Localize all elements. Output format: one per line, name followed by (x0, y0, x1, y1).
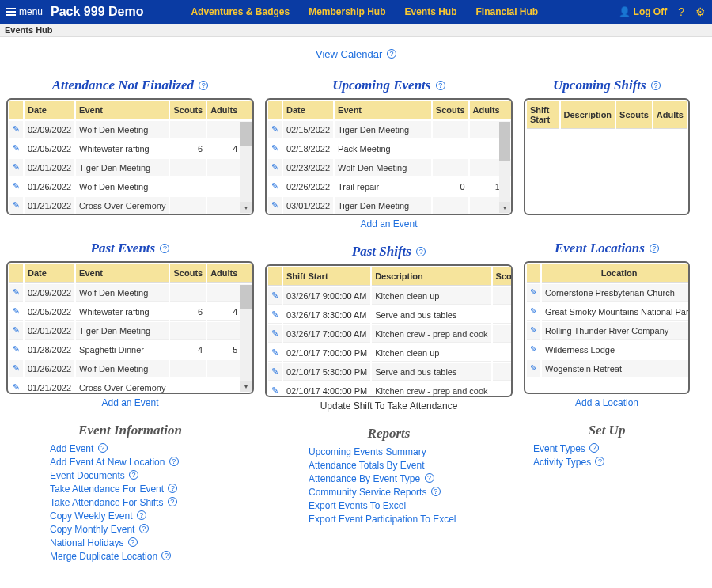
action-link[interactable]: National Holidays (50, 537, 123, 548)
table-row[interactable]: ✎02/23/2022Wolf Den Meeting (268, 159, 513, 176)
action-link[interactable]: Take Attendance For Event (50, 484, 164, 495)
edit-icon[interactable]: ✎ (271, 181, 278, 191)
table-row[interactable]: ✎01/28/2022Spaghetti Dinner45 (9, 341, 252, 358)
help-bubble-icon[interactable]: ? (651, 81, 661, 90)
edit-icon[interactable]: ✎ (271, 328, 278, 338)
help-bubble-icon[interactable]: ? (199, 81, 208, 90)
action-link[interactable]: Merge Duplicate Location (50, 551, 157, 562)
table-row[interactable]: ✎03/26/17 9:00:00 AMKitchen clean up02 (268, 287, 513, 305)
help-bubble-icon[interactable]: ? (168, 484, 177, 493)
table-row[interactable]: ✎02/09/2022Wolf Den Meeting (9, 284, 252, 302)
table-row[interactable]: ✎02/18/2022Pack Meeting (268, 140, 513, 157)
add-event-link[interactable]: Add an Event (360, 218, 417, 230)
edit-icon[interactable]: ✎ (271, 366, 278, 376)
help-bubble-icon[interactable]: ? (595, 457, 604, 466)
nav-adventures[interactable]: Adventures & Badges (191, 6, 290, 17)
help-bubble-icon[interactable]: ? (98, 443, 108, 453)
nav-financial[interactable]: Financial Hub (476, 6, 539, 17)
table-row[interactable]: ✎Wogenstein Retreat (527, 360, 690, 377)
edit-icon[interactable]: ✎ (13, 344, 20, 354)
table-row[interactable]: ✎01/26/2022Wolf Den Meeting (9, 360, 252, 377)
table-row[interactable]: ✎03/26/17 7:00:00 AMKitchen crew - prep … (268, 325, 513, 343)
table-row[interactable]: ✎02/26/2022Trail repair01 (268, 178, 513, 195)
action-link[interactable]: Copy Weekly Event (50, 510, 133, 522)
action-link[interactable]: Activity Types (533, 457, 591, 468)
scrollbar[interactable]: ▾ (240, 122, 252, 213)
action-link[interactable]: Event Documents (50, 470, 125, 481)
view-calendar-link[interactable]: View Calendar (316, 48, 382, 60)
edit-icon[interactable]: ✎ (13, 200, 20, 210)
edit-icon[interactable]: ✎ (13, 325, 20, 335)
edit-icon[interactable]: ✎ (271, 290, 278, 300)
table-row[interactable]: ✎02/09/2022Wolf Den Meeting (9, 121, 252, 138)
action-link[interactable]: Export Events To Excel (309, 500, 406, 511)
edit-icon[interactable]: ✎ (271, 124, 278, 134)
nav-events[interactable]: Events Hub (404, 6, 456, 17)
table-row[interactable]: ✎02/01/2022Tiger Den Meeting (9, 159, 252, 176)
help-bubble-icon[interactable]: ? (416, 247, 426, 256)
help-icon[interactable]: ? (678, 6, 684, 18)
add-location-link[interactable]: Add a Location (575, 397, 638, 408)
table-row[interactable]: ✎01/21/2022Cross Over Ceremony (9, 197, 252, 214)
edit-icon[interactable]: ✎ (13, 124, 20, 134)
logoff-button[interactable]: 👤 Log Off (619, 6, 668, 17)
help-bubble-icon[interactable]: ? (650, 244, 659, 253)
edit-icon[interactable]: ✎ (13, 382, 20, 392)
scrollbar[interactable]: ▾ (240, 285, 252, 392)
action-link[interactable]: Upcoming Events Summary (309, 446, 426, 457)
help-bubble-icon[interactable]: ? (589, 443, 599, 453)
edit-icon[interactable]: ✎ (13, 363, 20, 373)
edit-icon[interactable]: ✎ (13, 162, 20, 172)
help-bubble-icon[interactable]: ? (431, 487, 441, 496)
help-bubble-icon[interactable]: ? (425, 473, 434, 483)
table-row[interactable]: ✎03/26/17 8:30:00 AMServe and bus tables… (268, 306, 513, 324)
table-row[interactable]: ✎02/01/2022Tiger Den Meeting (9, 322, 252, 340)
action-link[interactable]: Add Event (50, 443, 93, 454)
edit-icon[interactable]: ✎ (271, 162, 278, 172)
table-row[interactable]: ✎02/10/17 4:00:00 PMKitchen crew - prep … (268, 382, 513, 397)
gear-icon[interactable]: ⚙ (695, 6, 706, 18)
help-bubble-icon[interactable]: ? (169, 457, 179, 466)
help-bubble-icon[interactable]: ? (387, 49, 396, 59)
table-row[interactable]: ✎02/05/2022Whitewater rafting64 (9, 303, 252, 321)
action-link[interactable]: Attendance Totals By Event (309, 460, 425, 471)
help-bubble-icon[interactable]: ? (161, 551, 171, 560)
edit-icon[interactable]: ✎ (530, 287, 537, 297)
table-row[interactable]: ✎02/10/17 7:00:00 PMKitchen clean up02 (268, 344, 513, 362)
help-bubble-icon[interactable]: ? (128, 537, 138, 547)
action-link[interactable]: Community Service Reports (309, 487, 426, 498)
table-row[interactable]: ✎02/05/2022Whitewater rafting64 (9, 140, 252, 157)
edit-icon[interactable]: ✎ (530, 363, 537, 373)
help-bubble-icon[interactable]: ? (160, 244, 169, 253)
nav-membership[interactable]: Membership Hub (309, 6, 385, 17)
help-bubble-icon[interactable]: ? (137, 510, 146, 520)
table-row[interactable]: ✎02/15/2022Tiger Den Meeting (268, 121, 513, 138)
edit-icon[interactable]: ✎ (530, 306, 537, 316)
table-row[interactable]: ✎01/21/2022Cross Over Ceremony (9, 379, 252, 394)
edit-icon[interactable]: ✎ (530, 344, 537, 354)
edit-icon[interactable]: ✎ (271, 385, 278, 395)
edit-icon[interactable]: ✎ (13, 306, 20, 316)
edit-icon[interactable]: ✎ (271, 143, 278, 153)
help-bubble-icon[interactable]: ? (129, 470, 138, 480)
table-row[interactable]: ✎02/10/17 5:30:00 PMServe and bus tables… (268, 363, 513, 381)
menu-button[interactable]: menu (6, 6, 43, 17)
scrollbar[interactable]: ▾ (499, 122, 510, 213)
table-row[interactable]: ✎Cornerstone Presbyterian Church (527, 284, 690, 302)
table-row[interactable]: ✎01/26/2022Wolf Den Meeting (9, 178, 252, 195)
help-bubble-icon[interactable]: ? (139, 524, 149, 533)
table-row[interactable]: ✎03/01/2022Tiger Den Meeting (268, 197, 513, 214)
edit-icon[interactable]: ✎ (271, 200, 278, 210)
action-link[interactable]: Event Types (533, 443, 585, 454)
table-row[interactable]: ✎Rolling Thunder River Company (527, 322, 690, 340)
edit-icon[interactable]: ✎ (13, 287, 20, 297)
edit-icon[interactable]: ✎ (271, 347, 278, 357)
action-link[interactable]: Attendance By Event Type (309, 473, 420, 484)
action-link[interactable]: Take Attendance For Shifts (50, 497, 163, 508)
help-bubble-icon[interactable]: ? (436, 81, 445, 90)
table-row[interactable]: ✎Great Smoky Mountains National Park (527, 303, 690, 321)
action-link[interactable]: Copy Monthly Event (50, 524, 134, 535)
help-bubble-icon[interactable]: ? (168, 497, 177, 506)
edit-icon[interactable]: ✎ (530, 325, 537, 335)
add-event-link[interactable]: Add an Event (101, 397, 158, 408)
